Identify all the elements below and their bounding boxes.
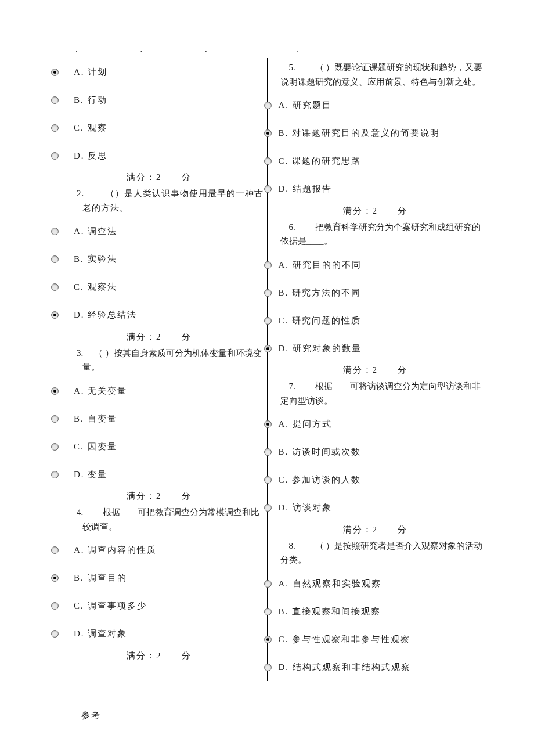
q1-option-b[interactable]: B. 行动 (51, 86, 267, 114)
option-label: A. 调查法 (74, 226, 117, 237)
option-label: D. 结题报告 (279, 183, 332, 195)
radio-icon (264, 102, 272, 109)
option-label: D. 调查对象 (74, 628, 127, 639)
radio-icon (264, 345, 272, 352)
radio-icon (51, 602, 59, 610)
q8-option-b[interactable]: B. 直接观察和间接观察 (268, 597, 484, 625)
radio-icon (264, 289, 272, 297)
radio-icon (264, 157, 272, 165)
option-label: B. 研究方法的不同 (279, 287, 362, 298)
q2-stem: 2. （）是人类认识事物使用最早的一种古老的方法。 (51, 184, 267, 218)
option-label: B. 调查目的 (74, 573, 127, 584)
q6-option-c[interactable]: C. 研究问题的性质 (268, 307, 484, 334)
option-label: C. 调查事项多少 (74, 600, 147, 611)
option-label: B. 直接观察和间接观察 (279, 606, 381, 617)
radio-icon (264, 185, 272, 193)
option-label: D. 经验总结法 (74, 309, 137, 321)
q1-option-d[interactable]: D. 反思 (51, 142, 267, 170)
score-line: 满分：2 分 (51, 648, 267, 663)
option-label: B. 对课题研究目的及意义的简要说明 (279, 128, 441, 139)
radio-icon (264, 580, 272, 588)
radio-icon (51, 228, 59, 235)
q1-option-c[interactable]: C. 观察 (51, 114, 267, 142)
q7-option-b[interactable]: B. 访谈时间或次数 (268, 438, 484, 466)
radio-icon (264, 636, 272, 643)
option-label: A. 调查内容的性质 (74, 545, 157, 556)
score-line: 满分：2 分 (268, 203, 484, 218)
radio-icon (264, 476, 272, 484)
radio-icon (264, 129, 272, 137)
radio-icon (51, 283, 59, 291)
q7-option-a[interactable]: A. 提问方式 (268, 411, 484, 438)
radio-icon (51, 630, 59, 638)
q6-option-d[interactable]: D. 研究对象的数量 (268, 334, 484, 362)
q5-option-c[interactable]: C. 课题的研究思路 (268, 147, 484, 175)
q2-option-c[interactable]: C. 观察法 (51, 273, 267, 301)
q8-option-d[interactable]: D. 结构式观察和非结构式观察 (268, 653, 484, 681)
decorative-dots: . . . (75, 44, 237, 54)
q2-option-b[interactable]: B. 实验法 (51, 246, 267, 273)
q5-stem: 5. （ ）既要论证课题研究的现状和趋势，又要说明课题研究的意义、应用前景、特色… (268, 58, 484, 92)
option-label: B. 访谈时间或次数 (279, 447, 362, 458)
page: A. 计划 B. 行动 C. 观察 D. 反思 满分：2 分 2. （）是人类认… (0, 0, 534, 744)
radio-icon (51, 471, 59, 478)
option-label: C. 观察 (74, 123, 107, 134)
radio-icon (264, 317, 272, 325)
option-label: A. 研究题目 (279, 100, 332, 111)
radio-icon (264, 664, 272, 671)
q6-option-b[interactable]: B. 研究方法的不同 (268, 279, 484, 307)
score-line: 满分：2 分 (51, 170, 267, 184)
q4-option-d[interactable]: D. 调查对象 (51, 620, 267, 648)
radio-icon (51, 96, 59, 104)
radio-icon (51, 152, 59, 160)
column-right: 5. （ ）既要论证课题研究的现状和趋势，又要说明课题研究的意义、应用前景、特色… (268, 58, 488, 681)
q8-option-c[interactable]: C. 参与性观察和非参与性观察 (268, 625, 484, 653)
option-label: A. 研究目的的不同 (279, 260, 362, 271)
option-label: D. 研究对象的数量 (279, 343, 362, 354)
radio-icon (264, 608, 272, 615)
option-label: C. 课题的研究思路 (279, 156, 362, 167)
score-line: 满分：2 分 (51, 329, 267, 344)
option-label: A. 无关变量 (74, 386, 127, 397)
q6-stem: 6. 把教育科学研究分为个案研究和成组研究的依据是____。 (268, 218, 484, 251)
q7-option-c[interactable]: C. 参加访谈的人数 (268, 466, 484, 494)
q5-option-d[interactable]: D. 结题报告 (268, 175, 484, 203)
option-label: C. 因变量 (74, 441, 117, 452)
radio-icon (51, 387, 59, 395)
radio-icon (51, 311, 59, 319)
option-label: C. 观察法 (74, 282, 117, 293)
q3-option-b[interactable]: B. 自变量 (51, 405, 267, 433)
q3-option-a[interactable]: A. 无关变量 (51, 377, 267, 405)
option-label: B. 自变量 (74, 413, 117, 424)
q6-option-a[interactable]: A. 研究目的的不同 (268, 251, 484, 279)
q5-option-a[interactable]: A. 研究题目 (268, 92, 484, 120)
radio-icon (51, 415, 59, 423)
q4-option-b[interactable]: B. 调查目的 (51, 564, 267, 592)
q1-option-a[interactable]: A. 计划 (51, 58, 267, 86)
option-label: D. 反思 (74, 150, 107, 161)
q7-stem: 7. 根据____可将访谈调查分为定向型访谈和非定向型访谈。 (268, 377, 484, 411)
q4-option-c[interactable]: C. 调查事项多少 (51, 592, 267, 620)
radio-icon (51, 124, 59, 132)
q7-option-d[interactable]: D. 访谈对象 (268, 494, 484, 522)
radio-icon (51, 546, 59, 554)
q3-stem: 3. （ ）按其自身素质可分为机体变量和环境变量。 (51, 344, 267, 377)
q8-option-a[interactable]: A. 自然观察和实验观察 (268, 570, 484, 597)
radio-icon (264, 448, 272, 456)
option-label: A. 提问方式 (279, 419, 332, 430)
footer-text: 参考 (46, 710, 488, 721)
option-label: C. 研究问题的性质 (279, 315, 362, 326)
radio-icon (51, 255, 59, 263)
q2-option-a[interactable]: A. 调查法 (51, 218, 267, 246)
option-label: A. 计划 (74, 67, 107, 78)
q3-option-d[interactable]: D. 变量 (51, 460, 267, 488)
radio-icon (51, 69, 59, 76)
q5-option-b[interactable]: B. 对课题研究目的及意义的简要说明 (268, 120, 484, 147)
score-line: 满分：2 分 (268, 362, 484, 377)
option-label: A. 自然观察和实验观察 (279, 578, 381, 589)
q3-option-c[interactable]: C. 因变量 (51, 433, 267, 460)
radio-icon (264, 261, 272, 269)
q4-option-a[interactable]: A. 调查内容的性质 (51, 537, 267, 564)
radio-icon (264, 420, 272, 428)
q2-option-d[interactable]: D. 经验总结法 (51, 301, 267, 329)
